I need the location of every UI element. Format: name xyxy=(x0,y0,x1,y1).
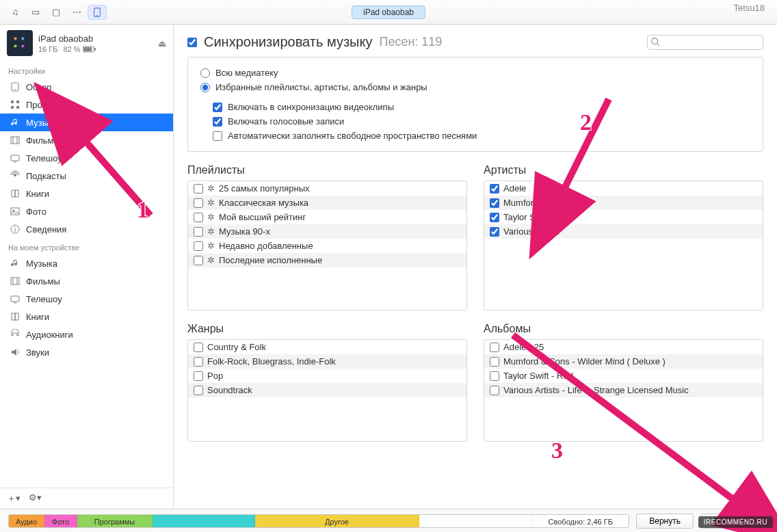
list-item[interactable]: Adele xyxy=(484,181,763,196)
list-item-checkbox[interactable] xyxy=(194,386,203,395)
list-item-checkbox[interactable] xyxy=(194,198,203,208)
device-icon xyxy=(10,81,21,92)
eject-icon[interactable]: ⏏ xyxy=(158,38,166,49)
svg-point-31 xyxy=(652,38,658,44)
search-icon xyxy=(650,37,660,49)
radio-selected-items[interactable]: Избранные плейлисты, артисты, альбомы и … xyxy=(200,80,750,94)
sidebar-item-Книги[interactable]: Книги xyxy=(0,185,173,202)
music-tab-icon[interactable]: ♫ xyxy=(5,5,25,20)
svg-rect-29 xyxy=(11,296,19,302)
sync-music-label: Синхронизировать музыку xyxy=(204,34,372,50)
sidebar-item-Аудиокниги[interactable]: Аудиокниги xyxy=(0,325,173,343)
svg-rect-18 xyxy=(11,155,19,161)
list-item-checkbox[interactable] xyxy=(490,343,499,352)
list-item-checkbox[interactable] xyxy=(194,241,203,251)
sidebar-item-Музыка[interactable]: Музыка xyxy=(0,254,173,272)
list-item-checkbox[interactable] xyxy=(490,227,499,237)
list-item[interactable]: Pop xyxy=(188,369,466,383)
list-item-checkbox[interactable] xyxy=(194,184,203,194)
svg-point-2 xyxy=(14,37,16,40)
device-header[interactable]: iPad obaobab 16 ГБ 82 % ⏏ xyxy=(0,25,173,62)
list-item-checkbox[interactable] xyxy=(490,357,499,367)
sidebar-item-Телешоу[interactable]: Телешоу xyxy=(0,149,173,167)
list-item[interactable]: Various Artists - Life Is Strange Licens… xyxy=(484,383,763,397)
sidebar-item-Телешоу[interactable]: Телешоу xyxy=(0,290,173,308)
list-item[interactable]: Adele - 25 xyxy=(484,340,763,354)
sync-music-checkbox[interactable] xyxy=(187,38,197,47)
list-item[interactable]: Folk-Rock, Bluegrass, Indie-Folk xyxy=(188,354,466,369)
list-item[interactable]: Country & Folk xyxy=(188,340,466,354)
list-item-label: Taylor Swift - Red xyxy=(503,371,573,381)
list-item[interactable]: Various Artists xyxy=(484,224,763,239)
device-title-pill[interactable]: iPad obaobab xyxy=(352,5,425,19)
chk-autofill[interactable]: Автоматически заполнять свободное простр… xyxy=(200,129,750,143)
gear-icon[interactable]: ⚙▾ xyxy=(29,492,42,505)
sidebar-item-Программы[interactable]: Программы xyxy=(0,96,173,114)
radio-all-library[interactable]: Всю медиатеку xyxy=(200,66,750,80)
list-item[interactable]: Taylor Swift xyxy=(484,210,763,224)
playlists-listbox[interactable]: ✲25 самых популярных✲Классическая музыка… xyxy=(187,181,467,310)
list-item[interactable]: ✲Недавно добавленные xyxy=(188,239,466,253)
list-item[interactable]: ✲Мой высший рейтинг xyxy=(188,210,466,224)
tv-tab-icon[interactable]: ▢ xyxy=(47,5,66,20)
list-item-checkbox[interactable] xyxy=(490,213,499,222)
list-item-checkbox[interactable] xyxy=(194,343,203,352)
film-icon xyxy=(10,276,21,287)
list-item[interactable]: ✲Классическая музыка xyxy=(188,196,466,210)
list-item-checkbox[interactable] xyxy=(194,371,203,381)
list-item-checkbox[interactable] xyxy=(194,357,203,367)
sidebar-item-Подкасты[interactable]: Подкасты xyxy=(0,167,173,185)
list-item-checkbox[interactable] xyxy=(490,184,499,194)
content-pane: Синхронизировать музыку Песен: 119 Всю м… xyxy=(174,25,777,509)
sidebar-item-label: Книги xyxy=(26,312,49,322)
sidebar-item-Музыка[interactable]: Музыка xyxy=(0,114,173,131)
sidebar-item-label: Звуки xyxy=(26,347,49,358)
sidebar-item-Обзор[interactable]: Обзор xyxy=(0,78,173,96)
sidebar-item-Фильмы[interactable]: Фильмы xyxy=(0,272,173,290)
list-item[interactable]: ✲Музыка 90-х xyxy=(188,224,466,239)
list-item[interactable]: Mumford & Sons xyxy=(484,196,763,210)
list-item[interactable]: Soundtrack xyxy=(188,383,466,397)
device-tab-icon[interactable] xyxy=(88,5,107,20)
smart-playlist-icon: ✲ xyxy=(207,183,215,194)
list-item-label: Mumford & Sons - Wilder Mind ( Deluxe ) xyxy=(503,356,666,367)
svg-point-4 xyxy=(14,44,16,47)
svg-point-1 xyxy=(96,14,98,16)
list-item-label: Various Artists xyxy=(503,226,559,237)
svg-rect-13 xyxy=(11,106,14,109)
list-item[interactable]: Mumford & Sons - Wilder Mind ( Deluxe ) xyxy=(484,354,763,369)
list-item-checkbox[interactable] xyxy=(490,386,499,395)
watermark-top: Tetsu18 xyxy=(733,3,765,13)
list-item-checkbox[interactable] xyxy=(194,227,203,237)
tv-icon xyxy=(10,152,21,163)
device-thumbnail xyxy=(7,30,33,56)
sidebar-item-Фильмы[interactable]: Фильмы xyxy=(0,131,173,149)
sidebar-item-Звуки[interactable]: Звуки xyxy=(0,343,173,361)
list-item-checkbox[interactable] xyxy=(490,198,499,208)
artists-heading: Артисты xyxy=(484,164,763,176)
media-type-tabs: ♫ ▭ ▢ ⋯ xyxy=(5,5,107,20)
sidebar-item-Сведения[interactable]: Сведения xyxy=(0,220,173,238)
list-item[interactable]: Taylor Swift - Red xyxy=(484,369,763,383)
search-input[interactable] xyxy=(647,35,763,50)
genres-listbox[interactable]: Country & FolkFolk-Rock, Bluegrass, Indi… xyxy=(187,339,467,442)
svg-rect-7 xyxy=(83,47,92,51)
list-item[interactable]: ✲25 самых популярных xyxy=(188,181,466,196)
list-item-checkbox[interactable] xyxy=(490,371,499,381)
revert-button[interactable]: Вернуть xyxy=(636,514,694,529)
list-item-checkbox[interactable] xyxy=(194,213,203,222)
artists-listbox[interactable]: AdeleMumford & SonsTaylor SwiftVarious A… xyxy=(484,181,763,310)
more-tab-icon[interactable]: ⋯ xyxy=(67,5,86,20)
sidebar-item-label: Музыка xyxy=(26,118,57,128)
sidebar-item-Фото[interactable]: Фото xyxy=(0,202,173,220)
albums-listbox[interactable]: Adele - 25Mumford & Sons - Wilder Mind (… xyxy=(484,339,763,442)
list-item[interactable]: ✲Последние исполненные xyxy=(188,253,466,267)
add-icon[interactable]: ＋▾ xyxy=(7,492,21,505)
chk-include-voice[interactable]: Включать голосовые записи xyxy=(200,114,750,129)
top-toolbar: ♫ ▭ ▢ ⋯ iPad obaobab Tetsu18 xyxy=(0,0,777,25)
svg-rect-21 xyxy=(11,208,19,215)
list-item-checkbox[interactable] xyxy=(194,256,203,265)
sidebar-item-Книги[interactable]: Книги xyxy=(0,308,173,325)
movies-tab-icon[interactable]: ▭ xyxy=(26,5,45,20)
chk-include-videos[interactable]: Включать в синхронизацию видеоклипы xyxy=(200,100,750,114)
